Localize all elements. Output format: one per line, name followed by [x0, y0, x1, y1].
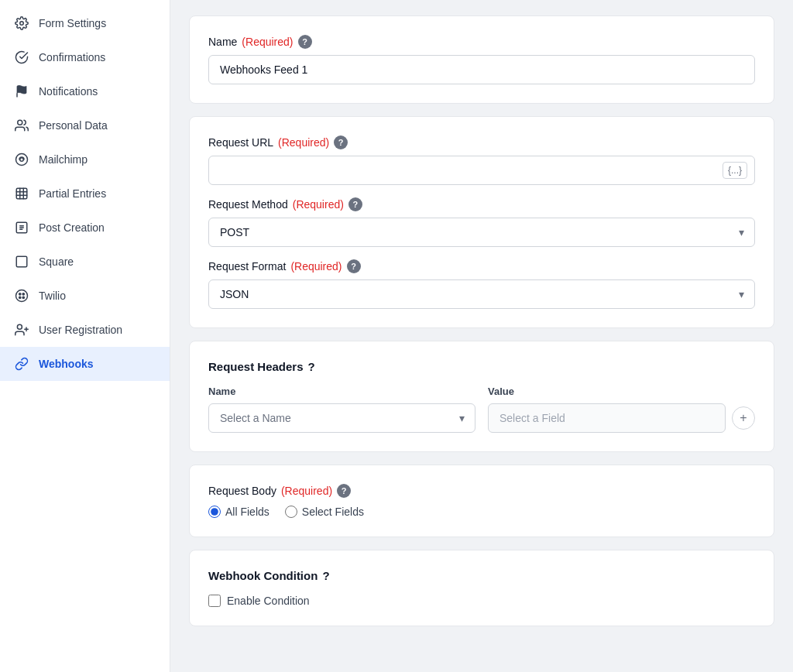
square-icon	[14, 254, 29, 269]
svg-point-18	[22, 297, 24, 298]
sidebar-item-personal-data[interactable]: Personal Data	[0, 108, 170, 142]
svg-point-2	[18, 120, 22, 125]
request-method-group: Request Method (Required) ? POST GET PUT…	[208, 197, 755, 247]
sidebar-item-label: Notifications	[39, 85, 98, 98]
request-format-select-wrapper: JSON Form XML ▾	[208, 279, 755, 309]
header-value-wrapper: Select a Field +	[488, 403, 755, 433]
sidebar-item-label: User Registration	[39, 324, 122, 336]
name-help-icon[interactable]: ?	[298, 35, 312, 49]
select-fields-radio-label[interactable]: Select Fields	[285, 506, 364, 518]
sidebar-item-post-creation[interactable]: Post Creation	[0, 211, 170, 245]
select-fields-radio[interactable]	[285, 506, 297, 518]
request-format-group: Request Format (Required) ? JSON Form XM…	[208, 259, 755, 309]
name-card: Name (Required) ?	[189, 15, 774, 104]
svg-rect-4	[16, 188, 27, 199]
sidebar-item-label: Square	[39, 255, 74, 268]
svg-point-16	[22, 293, 24, 295]
header-value-col-label: Value	[488, 386, 755, 397]
users-icon	[14, 118, 29, 133]
request-method-label: Request Method (Required) ?	[208, 197, 755, 211]
enable-condition-checkbox[interactable]	[208, 595, 221, 607]
sidebar-item-label: Webhooks	[39, 358, 94, 370]
svg-point-14	[16, 290, 28, 302]
webhook-condition-help-icon[interactable]: ?	[322, 569, 329, 582]
webhook-condition-card: Webhook Condition ? Enable Condition	[189, 550, 774, 626]
request-body-card: Request Body (Required) ? All Fields Sel…	[189, 465, 774, 537]
request-body-label: Request Body (Required) ?	[208, 484, 755, 498]
name-required: (Required)	[242, 36, 293, 48]
request-method-select-wrapper: POST GET PUT PATCH DELETE ▾	[208, 218, 755, 247]
request-headers-title: Request Headers ?	[208, 360, 755, 373]
sidebar-item-notifications[interactable]: Notifications	[0, 74, 170, 108]
svg-point-0	[20, 22, 24, 26]
sidebar-item-twilio[interactable]: Twilio	[0, 279, 170, 313]
doc-icon	[14, 220, 29, 235]
sidebar-item-label: Confirmations	[39, 51, 105, 63]
request-method-required: (Required)	[293, 198, 344, 211]
header-name-col: Name Select a Name ▾	[208, 386, 475, 433]
request-url-required: (Required)	[278, 136, 329, 149]
request-url-label: Request URL (Required) ?	[208, 135, 755, 149]
enable-condition-checkbox-label[interactable]: Enable Condition	[208, 595, 755, 607]
header-name-select-wrapper: Select a Name ▾	[208, 403, 475, 433]
request-body-required: (Required)	[281, 485, 332, 497]
circle-icon	[14, 288, 29, 303]
request-body-radio-group: All Fields Select Fields	[208, 506, 755, 518]
check-circle-icon	[14, 50, 29, 65]
request-url-help-icon[interactable]: ?	[334, 135, 348, 149]
merge-tag-button[interactable]: {...}	[723, 162, 747, 179]
flag-icon	[14, 84, 29, 99]
request-url-input[interactable]	[208, 156, 755, 185]
sidebar-item-label: Personal Data	[39, 119, 108, 132]
header-value-select[interactable]: Select a Field	[488, 403, 726, 433]
header-value-col: Value Select a Field +	[488, 386, 755, 433]
request-method-select[interactable]: POST GET PUT PATCH DELETE	[208, 218, 755, 247]
name-form-group: Name (Required) ?	[208, 35, 755, 84]
webhooks-icon	[14, 356, 29, 372]
sidebar-item-label: Mailchimp	[39, 153, 88, 166]
header-name-col-label: Name	[208, 386, 475, 397]
svg-rect-13	[16, 256, 27, 267]
sidebar-item-confirmations[interactable]: Confirmations	[0, 40, 170, 74]
svg-point-15	[19, 293, 21, 295]
headers-columns: Name Select a Name ▾ Value Select a Fiel…	[208, 386, 755, 433]
main-content: Name (Required) ? Request URL (Required)…	[170, 0, 793, 672]
all-fields-radio-label[interactable]: All Fields	[208, 506, 269, 518]
request-headers-help-icon[interactable]: ?	[308, 360, 315, 373]
sidebar: Form Settings Confirmations Notification…	[0, 0, 170, 672]
sidebar-item-label: Form Settings	[39, 17, 106, 29]
svg-point-19	[17, 324, 22, 329]
request-format-help-icon[interactable]: ?	[347, 259, 361, 273]
request-config-card: Request URL (Required) ? {...} Request M…	[189, 116, 774, 328]
request-method-help-icon[interactable]: ?	[348, 197, 362, 211]
gear-icon	[14, 15, 29, 31]
add-header-button[interactable]: +	[732, 406, 755, 430]
request-format-required: (Required)	[290, 260, 342, 273]
request-body-help-icon[interactable]: ?	[337, 484, 351, 498]
sidebar-item-form-settings[interactable]: Form Settings	[0, 6, 170, 40]
request-headers-card: Request Headers ? Name Select a Name ▾ V…	[189, 341, 774, 452]
request-url-group: Request URL (Required) ? {...}	[208, 135, 755, 185]
sidebar-item-webhooks[interactable]: Webhooks	[0, 347, 170, 381]
name-label: Name (Required) ?	[208, 35, 755, 49]
name-input[interactable]	[208, 55, 755, 84]
sidebar-item-square[interactable]: Square	[0, 245, 170, 279]
sidebar-item-label: Partial Entries	[39, 187, 106, 200]
svg-point-17	[19, 297, 21, 298]
sidebar-item-partial-entries[interactable]: Partial Entries	[0, 177, 170, 211]
sidebar-item-mailchimp[interactable]: Mailchimp	[0, 142, 170, 177]
header-name-select[interactable]: Select a Name	[208, 403, 475, 433]
sidebar-item-label: Post Creation	[39, 221, 105, 234]
mailchimp-icon	[14, 152, 29, 167]
webhook-condition-title: Webhook Condition ?	[208, 569, 755, 582]
user-plus-icon	[14, 322, 29, 338]
plus-icon: +	[740, 411, 747, 425]
url-input-wrapper: {...}	[208, 156, 755, 185]
sidebar-item-label: Twilio	[39, 290, 66, 302]
request-format-label: Request Format (Required) ?	[208, 259, 755, 273]
all-fields-radio[interactable]	[208, 506, 221, 518]
sidebar-item-user-registration[interactable]: User Registration	[0, 313, 170, 347]
svg-point-3	[20, 158, 24, 162]
request-format-select[interactable]: JSON Form XML	[208, 279, 755, 309]
table-icon	[14, 186, 29, 201]
